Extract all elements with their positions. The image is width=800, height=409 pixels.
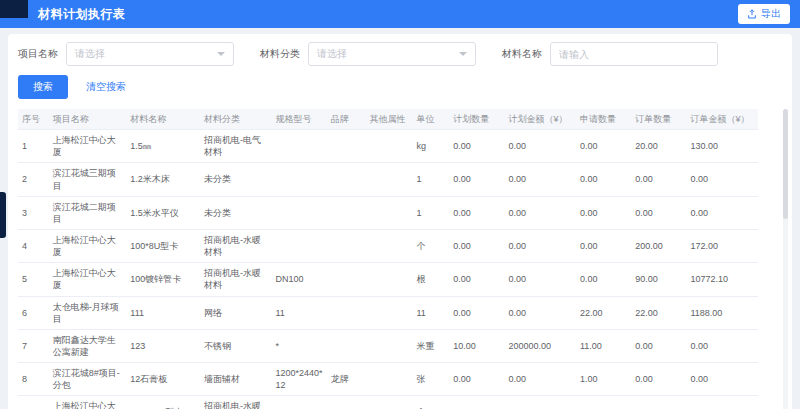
table-cell: 上海松江中心大厦	[49, 229, 127, 262]
table-cell: 11	[412, 296, 449, 329]
table-cell: 龙牌	[327, 363, 366, 396]
project-name-label: 项目名称	[18, 47, 58, 61]
table-row: 9上海松江中心大厦150*10U型卡招商机电-水暖材料个0.000.000.00…	[18, 396, 758, 409]
sidebar-collapse-handle[interactable]	[0, 192, 6, 238]
table-row: 6太仓电梯-月球项目111网络11110.000.0022.0022.00118…	[18, 296, 758, 329]
clear-search-link[interactable]: 清空搜索	[86, 80, 126, 94]
column-header: 计划数量	[449, 109, 504, 130]
table-header-row: 序号项目名称材料名称材料分类规格型号品牌其他属性单位计划数量计划金额（¥）申请数…	[18, 109, 758, 130]
table-cell: 0.00	[449, 363, 504, 396]
table-cell	[365, 163, 412, 196]
chevron-down-icon	[459, 52, 467, 56]
table-cell: 0.00	[449, 130, 504, 163]
table-cell: *	[271, 329, 326, 362]
table-cell: 156.80	[686, 396, 758, 409]
table-cell: 上海松江中心大厦	[49, 263, 127, 296]
material-name-label: 材料名称	[502, 47, 542, 61]
table-cell: 130.00	[686, 130, 758, 163]
export-button[interactable]: 导出	[738, 4, 790, 24]
app-header: 材料计划执行表 导出	[0, 0, 800, 28]
table-cell: 个	[412, 229, 449, 262]
table-row: 5上海松江中心大厦100镀锌管卡招商机电-水暖材料DN100根0.000.000…	[18, 263, 758, 296]
table-cell: 1.5㎜	[126, 130, 200, 163]
table-cell	[365, 296, 412, 329]
table-cell: 不锈钢	[200, 329, 272, 362]
table-cell: 7	[18, 329, 49, 362]
table-cell: 12石膏板	[126, 363, 200, 396]
sidebar-logo-block	[0, 0, 28, 18]
column-header: 品牌	[327, 109, 366, 130]
filter-project-name: 项目名称 请选择	[18, 42, 234, 66]
material-category-select[interactable]: 请选择	[308, 42, 476, 66]
materials-table: 序号项目名称材料名称材料分类规格型号品牌其他属性单位计划数量计划金额（¥）申请数…	[18, 109, 782, 409]
column-header: 计划金额（¥）	[504, 109, 576, 130]
table-cell: 太仓电梯-月球项目	[49, 296, 127, 329]
table-cell: 招商机电-水暖材料	[200, 263, 272, 296]
search-button[interactable]: 搜索	[18, 75, 68, 99]
table-cell: 滨江花城二期项目	[49, 196, 127, 229]
table-cell	[271, 196, 326, 229]
table-cell: 0.00	[631, 329, 686, 362]
table-cell: 0.00	[576, 396, 631, 409]
table-cell: 80.00	[631, 396, 686, 409]
table-cell	[365, 329, 412, 362]
table-cell: 90.00	[631, 263, 686, 296]
table-cell: 招商机电-水暖材料	[200, 229, 272, 262]
table-cell: 100*8U型卡	[126, 229, 200, 262]
column-header: 申请数量	[576, 109, 631, 130]
table-cell: 0.00	[576, 130, 631, 163]
table-cell: 米重	[412, 329, 449, 362]
table-cell: DN100	[271, 263, 326, 296]
table-cell: 0.00	[449, 296, 504, 329]
table-cell: kg	[412, 130, 449, 163]
material-name-input[interactable]	[550, 42, 718, 66]
table-cell	[271, 163, 326, 196]
table-cell	[271, 396, 326, 409]
table-cell: 1.2米木床	[126, 163, 200, 196]
table-cell: 0.00	[631, 363, 686, 396]
table-cell: 南阳鑫达大学生公寓新建	[49, 329, 127, 362]
table-cell: 9	[18, 396, 49, 409]
column-header: 材料分类	[200, 109, 272, 130]
table-cell	[365, 363, 412, 396]
table-cell: 网络	[200, 296, 272, 329]
table-cell: 3	[18, 196, 49, 229]
table-cell: 200000.00	[504, 329, 576, 362]
table-cell	[327, 196, 366, 229]
table-cell	[365, 396, 412, 409]
table-cell	[327, 263, 366, 296]
table-cell: 0.00	[576, 163, 631, 196]
table-cell: 上海松江中心大厦	[49, 130, 127, 163]
table-cell	[271, 229, 326, 262]
table-cell: 0.00	[686, 163, 758, 196]
table-cell: 0.00	[449, 263, 504, 296]
table-cell: 0.00	[631, 163, 686, 196]
table-cell: 1	[412, 163, 449, 196]
table-row: 2滨江花城三期项目1.2米木床未分类10.000.000.000.000.00	[18, 163, 758, 196]
table-cell: 招商机电-电气材料	[200, 130, 272, 163]
project-name-placeholder: 请选择	[75, 47, 105, 61]
table-row: 7南阳鑫达大学生公寓新建123不锈钢*米重10.00200000.0011.00…	[18, 329, 758, 362]
table-cell: 0.00	[449, 229, 504, 262]
table-cell: 1	[412, 196, 449, 229]
table-cell	[327, 229, 366, 262]
table-cell	[327, 130, 366, 163]
vertical-scrollbar[interactable]	[783, 109, 788, 409]
table-cell: 11	[271, 296, 326, 329]
table-cell: 张	[412, 363, 449, 396]
table-cell: 5	[18, 263, 49, 296]
table-cell: 123	[126, 329, 200, 362]
filter-row: 项目名称 请选择 材料分类 请选择 材料名称	[18, 42, 782, 66]
table-cell: 22.00	[576, 296, 631, 329]
table-cell: 0.00	[504, 163, 576, 196]
table-cell: 滨江花城8#项目-分包	[49, 363, 127, 396]
table-cell: 0.00	[449, 163, 504, 196]
table-cell: 10772.10	[686, 263, 758, 296]
table-cell: 8	[18, 363, 49, 396]
table-cell: 个	[412, 396, 449, 409]
table-cell: 6	[18, 296, 49, 329]
main-card: 项目名称 请选择 材料分类 请选择 材料名称 搜索 清空搜索 序号项目名称材料名…	[8, 34, 792, 409]
project-name-select[interactable]: 请选择	[66, 42, 234, 66]
table-row: 8滨江花城8#项目-分包12石膏板墙面辅材1200*2440*12龙牌张0.00…	[18, 363, 758, 396]
table-cell: 0.00	[686, 363, 758, 396]
